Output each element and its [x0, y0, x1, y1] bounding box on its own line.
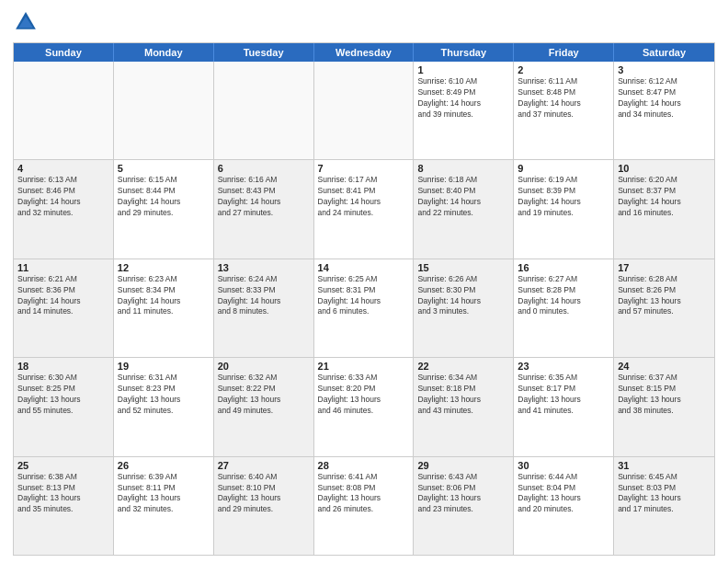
- calendar-week-5: 25Sunrise: 6:38 AM Sunset: 8:13 PM Dayli…: [14, 457, 714, 555]
- day-number: 19: [118, 361, 210, 372]
- header: [13, 9, 715, 35]
- page: SundayMondayTuesdayWednesdayThursdayFrid…: [0, 0, 728, 563]
- calendar-cell: 7Sunrise: 6:17 AM Sunset: 8:41 PM Daylig…: [314, 160, 415, 258]
- day-info: Sunrise: 6:35 AM Sunset: 8:17 PM Dayligh…: [518, 373, 609, 417]
- calendar-cell: 24Sunrise: 6:37 AM Sunset: 8:15 PM Dayli…: [614, 358, 714, 455]
- calendar-body: 1Sunrise: 6:10 AM Sunset: 8:49 PM Daylig…: [14, 62, 714, 555]
- day-info: Sunrise: 6:28 AM Sunset: 8:26 PM Dayligh…: [618, 274, 711, 318]
- day-info: Sunrise: 6:12 AM Sunset: 8:47 PM Dayligh…: [618, 76, 711, 121]
- calendar-cell: 16Sunrise: 6:27 AM Sunset: 8:28 PM Dayli…: [514, 259, 614, 357]
- day-info: Sunrise: 6:19 AM Sunset: 8:39 PM Dayligh…: [518, 175, 609, 219]
- day-info: Sunrise: 6:40 AM Sunset: 8:10 PM Dayligh…: [218, 472, 310, 516]
- calendar-cell: [214, 62, 314, 159]
- header-day-wednesday: Wednesday: [314, 43, 415, 62]
- day-info: Sunrise: 6:11 AM Sunset: 8:48 PM Dayligh…: [518, 76, 609, 121]
- calendar-cell: 25Sunrise: 6:38 AM Sunset: 8:13 PM Dayli…: [14, 457, 114, 555]
- day-number: 16: [518, 262, 609, 273]
- day-number: 20: [218, 361, 310, 372]
- calendar-cell: 29Sunrise: 6:43 AM Sunset: 8:06 PM Dayli…: [414, 457, 514, 555]
- calendar-cell: [314, 62, 415, 159]
- day-info: Sunrise: 6:39 AM Sunset: 8:11 PM Dayligh…: [118, 472, 210, 516]
- calendar-cell: 5Sunrise: 6:15 AM Sunset: 8:44 PM Daylig…: [114, 160, 214, 258]
- calendar-cell: 11Sunrise: 6:21 AM Sunset: 8:36 PM Dayli…: [14, 259, 114, 357]
- calendar-cell: 19Sunrise: 6:31 AM Sunset: 8:23 PM Dayli…: [114, 358, 214, 455]
- calendar-cell: 4Sunrise: 6:13 AM Sunset: 8:46 PM Daylig…: [14, 160, 114, 258]
- calendar-cell: 18Sunrise: 6:30 AM Sunset: 8:25 PM Dayli…: [14, 358, 114, 455]
- calendar-cell: 30Sunrise: 6:44 AM Sunset: 8:04 PM Dayli…: [514, 457, 614, 555]
- logo-icon: [13, 9, 39, 35]
- header-day-monday: Monday: [114, 43, 214, 62]
- calendar-cell: [114, 62, 214, 159]
- day-number: 12: [118, 262, 210, 273]
- day-info: Sunrise: 6:31 AM Sunset: 8:23 PM Dayligh…: [118, 373, 210, 417]
- day-info: Sunrise: 6:20 AM Sunset: 8:37 PM Dayligh…: [618, 175, 711, 219]
- day-info: Sunrise: 6:13 AM Sunset: 8:46 PM Dayligh…: [17, 175, 109, 219]
- day-number: 22: [417, 361, 509, 372]
- day-info: Sunrise: 6:37 AM Sunset: 8:15 PM Dayligh…: [618, 373, 711, 417]
- calendar-cell: 8Sunrise: 6:18 AM Sunset: 8:40 PM Daylig…: [414, 160, 514, 258]
- day-number: 9: [518, 163, 609, 174]
- calendar-cell: 14Sunrise: 6:25 AM Sunset: 8:31 PM Dayli…: [314, 259, 415, 357]
- day-number: 10: [618, 163, 711, 174]
- day-info: Sunrise: 6:10 AM Sunset: 8:49 PM Dayligh…: [417, 76, 509, 121]
- day-number: 30: [518, 460, 609, 471]
- calendar-cell: [14, 62, 114, 159]
- calendar-cell: 2Sunrise: 6:11 AM Sunset: 8:48 PM Daylig…: [514, 62, 614, 159]
- calendar-cell: 26Sunrise: 6:39 AM Sunset: 8:11 PM Dayli…: [114, 457, 214, 555]
- calendar-cell: 27Sunrise: 6:40 AM Sunset: 8:10 PM Dayli…: [214, 457, 314, 555]
- calendar-cell: 20Sunrise: 6:32 AM Sunset: 8:22 PM Dayli…: [214, 358, 314, 455]
- day-number: 27: [218, 460, 310, 471]
- calendar-cell: 13Sunrise: 6:24 AM Sunset: 8:33 PM Dayli…: [214, 259, 314, 357]
- day-number: 5: [118, 163, 210, 174]
- day-number: 3: [618, 64, 711, 75]
- calendar-cell: 28Sunrise: 6:41 AM Sunset: 8:08 PM Dayli…: [314, 457, 415, 555]
- calendar-cell: 15Sunrise: 6:26 AM Sunset: 8:30 PM Dayli…: [414, 259, 514, 357]
- day-info: Sunrise: 6:30 AM Sunset: 8:25 PM Dayligh…: [17, 373, 109, 417]
- day-number: 28: [318, 460, 410, 471]
- day-info: Sunrise: 6:21 AM Sunset: 8:36 PM Dayligh…: [17, 274, 109, 318]
- day-number: 29: [417, 460, 509, 471]
- calendar-week-2: 4Sunrise: 6:13 AM Sunset: 8:46 PM Daylig…: [14, 160, 714, 259]
- day-number: 4: [17, 163, 109, 174]
- day-info: Sunrise: 6:32 AM Sunset: 8:22 PM Dayligh…: [218, 373, 310, 417]
- header-day-saturday: Saturday: [614, 43, 714, 62]
- day-number: 18: [17, 361, 109, 372]
- calendar-cell: 21Sunrise: 6:33 AM Sunset: 8:20 PM Dayli…: [314, 358, 415, 455]
- day-number: 31: [618, 460, 711, 471]
- day-info: Sunrise: 6:44 AM Sunset: 8:04 PM Dayligh…: [518, 472, 609, 516]
- day-info: Sunrise: 6:27 AM Sunset: 8:28 PM Dayligh…: [518, 274, 609, 318]
- day-info: Sunrise: 6:18 AM Sunset: 8:40 PM Dayligh…: [417, 175, 509, 219]
- calendar-week-4: 18Sunrise: 6:30 AM Sunset: 8:25 PM Dayli…: [14, 358, 714, 456]
- calendar-cell: 31Sunrise: 6:45 AM Sunset: 8:03 PM Dayli…: [614, 457, 714, 555]
- day-info: Sunrise: 6:41 AM Sunset: 8:08 PM Dayligh…: [318, 472, 410, 516]
- day-info: Sunrise: 6:34 AM Sunset: 8:18 PM Dayligh…: [417, 373, 509, 417]
- day-number: 14: [318, 262, 410, 273]
- day-info: Sunrise: 6:43 AM Sunset: 8:06 PM Dayligh…: [417, 472, 509, 516]
- day-number: 25: [17, 460, 109, 471]
- day-number: 2: [518, 64, 609, 75]
- calendar-cell: 6Sunrise: 6:16 AM Sunset: 8:43 PM Daylig…: [214, 160, 314, 258]
- day-info: Sunrise: 6:45 AM Sunset: 8:03 PM Dayligh…: [618, 472, 711, 516]
- header-day-tuesday: Tuesday: [214, 43, 314, 62]
- calendar-cell: 22Sunrise: 6:34 AM Sunset: 8:18 PM Dayli…: [414, 358, 514, 455]
- calendar-cell: 9Sunrise: 6:19 AM Sunset: 8:39 PM Daylig…: [514, 160, 614, 258]
- header-day-sunday: Sunday: [14, 43, 114, 62]
- calendar-week-3: 11Sunrise: 6:21 AM Sunset: 8:36 PM Dayli…: [14, 259, 714, 358]
- day-info: Sunrise: 6:26 AM Sunset: 8:30 PM Dayligh…: [417, 274, 509, 318]
- day-info: Sunrise: 6:33 AM Sunset: 8:20 PM Dayligh…: [318, 373, 410, 417]
- day-number: 21: [318, 361, 410, 372]
- day-number: 26: [118, 460, 210, 471]
- day-info: Sunrise: 6:17 AM Sunset: 8:41 PM Dayligh…: [318, 175, 410, 219]
- day-info: Sunrise: 6:25 AM Sunset: 8:31 PM Dayligh…: [318, 274, 410, 318]
- header-day-thursday: Thursday: [414, 43, 514, 62]
- calendar-cell: 17Sunrise: 6:28 AM Sunset: 8:26 PM Dayli…: [614, 259, 714, 357]
- day-info: Sunrise: 6:15 AM Sunset: 8:44 PM Dayligh…: [118, 175, 210, 219]
- calendar-cell: 1Sunrise: 6:10 AM Sunset: 8:49 PM Daylig…: [414, 62, 514, 159]
- day-info: Sunrise: 6:16 AM Sunset: 8:43 PM Dayligh…: [218, 175, 310, 219]
- calendar-cell: 23Sunrise: 6:35 AM Sunset: 8:17 PM Dayli…: [514, 358, 614, 455]
- day-number: 6: [218, 163, 310, 174]
- day-number: 7: [318, 163, 410, 174]
- day-number: 1: [417, 64, 509, 75]
- calendar: SundayMondayTuesdayWednesdayThursdayFrid…: [13, 42, 715, 556]
- day-number: 23: [518, 361, 609, 372]
